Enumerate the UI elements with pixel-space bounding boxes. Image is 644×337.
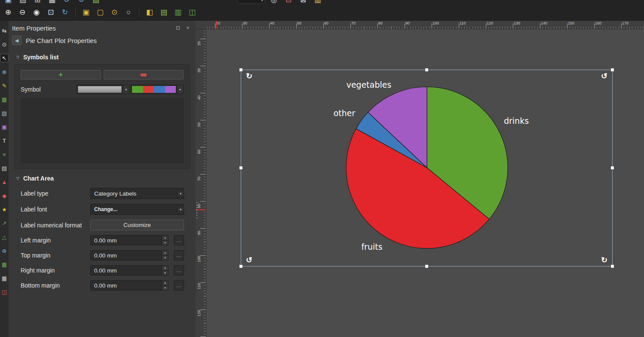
- export-pdf-icon[interactable]: ⊟: [283, 0, 294, 4]
- right-margin-data-defined-button[interactable]: …: [174, 265, 184, 276]
- chevron-down-icon[interactable]: ▾: [123, 85, 129, 94]
- undock-panel-icon[interactable]: ⊡: [175, 25, 181, 31]
- add-node-item-icon[interactable]: △: [0, 233, 8, 241]
- resize-handle-bottom-right[interactable]: [610, 264, 614, 268]
- top-margin-data-defined-button[interactable]: …: [174, 250, 184, 260]
- spin-up-icon[interactable]: ▴: [162, 236, 168, 240]
- atlas-settings-icon[interactable]: ▥: [312, 0, 323, 4]
- spin-down-icon[interactable]: ▾: [162, 285, 168, 291]
- add-arrow-icon[interactable]: ↗: [0, 219, 8, 227]
- refresh-view-icon[interactable]: ↻: [59, 7, 71, 18]
- panel-splitter-handle[interactable]: [196, 202, 198, 218]
- lock-items-icon[interactable]: ▣: [80, 7, 92, 18]
- add-map-icon[interactable]: ▦: [0, 95, 8, 103]
- customize-button[interactable]: Customize: [90, 220, 184, 230]
- top-margin-spinbox[interactable]: 0.00 mm ▴▾: [90, 250, 169, 260]
- vertical-ruler[interactable]: 2030405060708090100110120130: [196, 29, 206, 337]
- spinbox-value: 0.00 mm: [91, 251, 162, 260]
- resize-handle-middle-left[interactable]: [239, 166, 243, 170]
- add-picture-icon[interactable]: ▣: [0, 123, 8, 131]
- unlock-items-icon[interactable]: ▢: [95, 7, 106, 18]
- resize-handle-bottom-left[interactable]: [239, 264, 243, 268]
- group-items-icon[interactable]: ▤: [158, 7, 169, 18]
- add-legend-icon[interactable]: ≡: [0, 150, 8, 158]
- rotate-handle-icon[interactable]: ↻: [601, 72, 607, 80]
- zoom-tool-icon[interactable]: ⊙: [0, 40, 8, 48]
- add-plot-icon[interactable]: ◫: [0, 288, 8, 296]
- add-label-icon[interactable]: T: [0, 137, 8, 144]
- chevron-down-icon[interactable]: ▾: [177, 192, 184, 196]
- select-move-item-icon[interactable]: ↖: [0, 54, 8, 62]
- spin-down-icon[interactable]: ▾: [162, 270, 168, 276]
- move-item-content-icon[interactable]: ⊕: [0, 68, 8, 76]
- spin-down-icon[interactable]: ▾: [162, 255, 168, 260]
- export-image-icon[interactable]: ▧: [90, 0, 101, 4]
- add-marker-icon[interactable]: ★: [0, 205, 8, 213]
- zoom-to-selected-icon[interactable]: ⊙: [109, 7, 120, 18]
- add-3d-map-icon[interactable]: ▧: [0, 109, 8, 117]
- bottom-margin-spinbox[interactable]: 0.00 mm ▴▾: [90, 280, 169, 291]
- remove-symbol-button[interactable]: [104, 70, 184, 80]
- rotate-handle-icon[interactable]: ↻: [601, 256, 607, 264]
- add-html-icon[interactable]: ⊚: [0, 247, 8, 254]
- back-button[interactable]: ◀: [12, 36, 21, 45]
- raise-items-icon[interactable]: ◧: [144, 7, 155, 18]
- spin-up-icon[interactable]: ▴: [162, 281, 168, 285]
- add-shape-icon[interactable]: ◆: [0, 192, 8, 199]
- new-layout-icon[interactable]: ▤: [17, 0, 28, 4]
- add-attribute-table-icon[interactable]: ▦: [0, 260, 8, 268]
- symbol-style-button[interactable]: ▾: [77, 85, 130, 94]
- save-project-icon[interactable]: ▣: [3, 0, 14, 4]
- add-north-arrow-icon[interactable]: ▲: [0, 178, 8, 186]
- ruler-label: 100: [432, 21, 439, 25]
- redo-icon[interactable]: ↻: [76, 0, 87, 4]
- chevron-down-icon[interactable]: ▾: [177, 85, 183, 94]
- resize-handle-top-center[interactable]: [425, 68, 429, 72]
- preview-mode-icon[interactable]: ◎: [268, 0, 279, 4]
- selected-item-frame[interactable]: ↻ ↻ ↻ ↻: [241, 70, 613, 267]
- zoom-actual-icon[interactable]: ◉: [31, 7, 42, 18]
- right-margin-spinbox[interactable]: 0.00 mm ▴▾: [90, 265, 169, 276]
- zoom-out-icon[interactable]: ⊖: [17, 7, 28, 18]
- ruler-label: 160: [594, 21, 601, 25]
- add-symbol-button[interactable]: +: [21, 70, 101, 80]
- label-font-button[interactable]: Change... ▾: [90, 204, 184, 215]
- resize-handle-top-right[interactable]: [610, 68, 614, 72]
- duplicate-layout-icon[interactable]: ⊞: [32, 0, 43, 4]
- edit-nodes-item-icon[interactable]: ✎: [0, 82, 8, 89]
- rotate-handle-icon[interactable]: ↻: [246, 72, 252, 80]
- resize-handle-bottom-center[interactable]: [425, 264, 429, 268]
- close-panel-icon[interactable]: ×: [184, 25, 191, 31]
- pan-layout-icon[interactable]: ⇆: [0, 27, 8, 34]
- zoom-full-icon[interactable]: ⊡: [45, 7, 56, 18]
- spin-up-icon[interactable]: ▴: [162, 251, 168, 255]
- ruler-label: 120: [197, 310, 201, 316]
- resize-handle-middle-right[interactable]: [610, 166, 614, 170]
- horizontal-ruler[interactable]: 2030405060708090100110120130140150160170: [206, 21, 644, 29]
- distribute-items-icon[interactable]: ▥: [172, 7, 184, 18]
- symbols-list[interactable]: [21, 98, 184, 163]
- layout-manager-icon[interactable]: ▦: [46, 0, 58, 4]
- zoom-in-icon[interactable]: ⊕: [3, 7, 14, 18]
- spin-down-icon[interactable]: ▾: [162, 240, 168, 245]
- print-icon[interactable]: ⊠: [297, 0, 309, 4]
- spin-up-icon[interactable]: ▴: [162, 266, 168, 270]
- color-ramp-button[interactable]: ▾: [131, 85, 184, 94]
- ruler-cursor-marker: [216, 21, 217, 29]
- add-fixed-table-icon[interactable]: ▦: [0, 274, 8, 282]
- add-scalebar-icon[interactable]: ▤: [0, 164, 8, 172]
- zoom-level-combo[interactable]: ▾: [237, 0, 265, 3]
- zoom-to-item-icon[interactable]: ○: [123, 7, 134, 18]
- bottom-margin-data-defined-button[interactable]: …: [174, 280, 184, 291]
- chevron-down-icon[interactable]: ▾: [177, 208, 184, 211]
- resize-items-icon[interactable]: ◫: [187, 7, 198, 18]
- label-type-combo[interactable]: Category Labels ▾: [90, 188, 184, 199]
- resize-handle-top-left[interactable]: [239, 68, 243, 72]
- undo-icon[interactable]: ↺: [61, 0, 72, 4]
- layout-canvas[interactable]: vegetablesotherdrinksfruits ↻ ↻ ↻ ↻: [206, 29, 644, 337]
- chart-area-group-header[interactable]: ▽ Chart Area: [9, 169, 196, 185]
- rotate-handle-icon[interactable]: ↻: [246, 256, 252, 264]
- symbols-list-group-header[interactable]: ▽ Symbols list: [9, 48, 196, 64]
- left-margin-data-defined-button[interactable]: …: [174, 235, 184, 245]
- left-margin-spinbox[interactable]: 0.00 mm ▴▾: [90, 235, 169, 245]
